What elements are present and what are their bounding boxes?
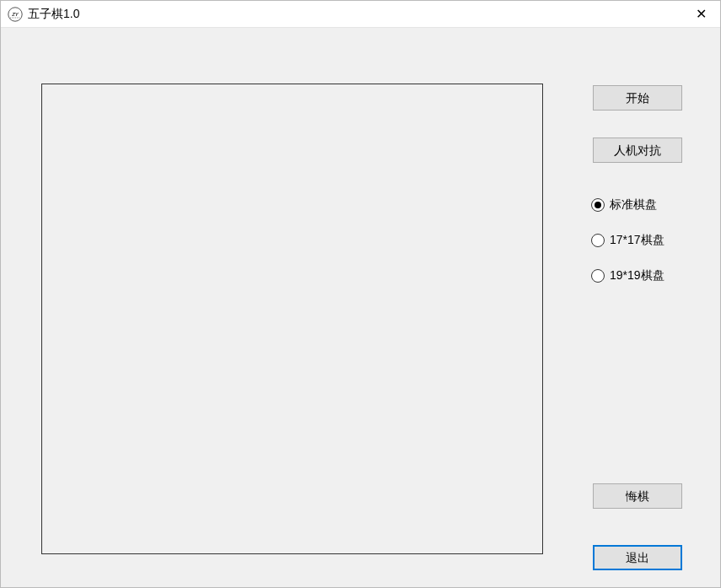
start-button[interactable]: 开始 [593,85,682,111]
mode-button[interactable]: 人机对抗 [593,138,682,163]
board-size-group: 标准棋盘 17*17棋盘 19*19棋盘 [591,197,665,303]
radio-icon [591,198,605,212]
close-icon: ✕ [696,6,707,22]
titlebar: ZY 五子棋1.0 ✕ [1,1,720,28]
app-icon: ZY [8,7,23,22]
close-button[interactable]: ✕ [681,1,720,28]
undo-button[interactable]: 悔棋 [593,483,682,509]
radio-17-board[interactable]: 17*17棋盘 [591,232,665,249]
svg-text:ZY: ZY [11,12,19,17]
radio-label: 17*17棋盘 [610,233,665,248]
window-title: 五子棋1.0 [28,7,681,22]
game-board[interactable] [41,84,543,554]
radio-19-board[interactable]: 19*19棋盘 [591,267,665,284]
client-area: 开始 人机对抗 标准棋盘 17*17棋盘 19*19棋盘 悔棋 退出 [1,28,720,587]
radio-icon [591,269,605,283]
radio-label: 标准棋盘 [610,197,657,213]
radio-standard-board[interactable]: 标准棋盘 [591,197,665,213]
radio-label: 19*19棋盘 [610,268,665,283]
radio-icon [591,234,605,247]
app-window: ZY 五子棋1.0 ✕ 开始 人机对抗 标准棋盘 17*17棋盘 19*19棋盘 [0,0,721,588]
exit-button[interactable]: 退出 [593,545,682,570]
